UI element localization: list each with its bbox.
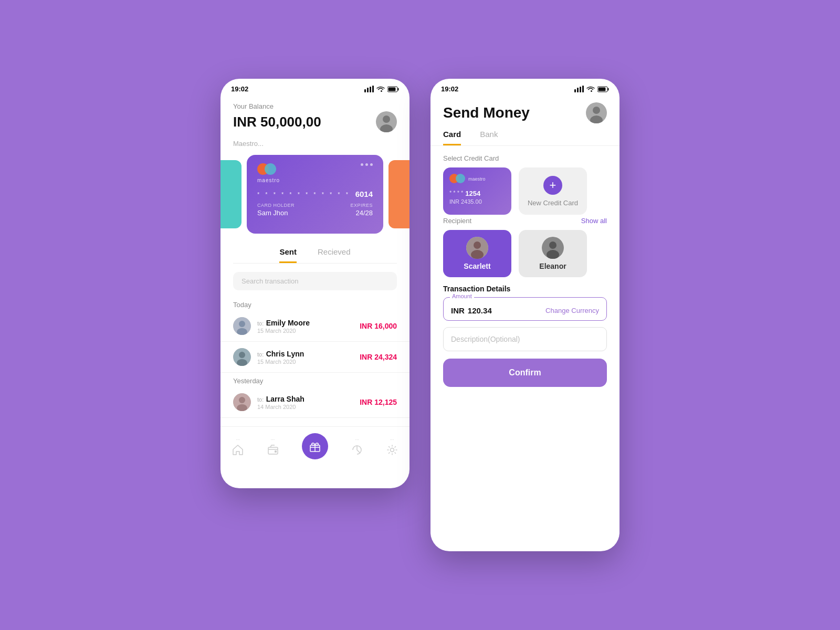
card-holder-value: Sam Jhon xyxy=(257,209,295,217)
amount-row: INR 120.34 Change Currency xyxy=(451,306,599,315)
balance-row: INR 50,000,00 xyxy=(233,111,397,132)
recipient-eleanor[interactable]: Eleanor xyxy=(519,230,587,277)
svg-rect-26 xyxy=(582,86,584,92)
search-bar[interactable]: Search transaction xyxy=(233,272,397,290)
nav-home[interactable]: ··· xyxy=(232,437,244,456)
maestro-blue-circle xyxy=(265,163,276,175)
battery-icon xyxy=(387,86,399,92)
transaction-to-0: to: Emily Moore xyxy=(257,318,353,328)
phones-container: 19:02 xyxy=(220,79,620,551)
time-left: 19:02 xyxy=(231,85,248,93)
avatar-emily xyxy=(233,317,251,335)
tab-bank[interactable]: Bank xyxy=(480,130,498,145)
larra-avatar-icon xyxy=(233,393,251,411)
card-carousel: maestro * * * * * * * * * * * * 6014 CAR… xyxy=(220,150,410,239)
svg-point-14 xyxy=(239,352,245,358)
svg-rect-28 xyxy=(608,88,609,90)
chart-icon xyxy=(351,444,363,456)
confirm-button[interactable]: Confirm xyxy=(443,359,607,387)
tabs-left: Sent Recieved xyxy=(233,239,397,264)
svg-rect-2 xyxy=(370,87,371,92)
amount-value: 120.34 xyxy=(468,306,545,315)
send-header: Send Money xyxy=(430,97,620,130)
transaction-item-2: to: Larra Shah 14 March 2020 INR 12,125 xyxy=(220,387,410,418)
transaction-name-1: Chris Lynn xyxy=(266,350,304,358)
status-bar-right: 19:02 xyxy=(430,79,620,97)
svg-rect-23 xyxy=(574,89,576,92)
nav-chart[interactable]: ··· xyxy=(351,437,363,456)
send-title: Send Money xyxy=(443,104,530,121)
chris-avatar-icon xyxy=(233,348,251,366)
nav-settings-dots: ··· xyxy=(390,437,394,442)
svg-rect-29 xyxy=(598,87,606,91)
time-right: 19:02 xyxy=(441,85,458,93)
change-currency-button[interactable]: Change Currency xyxy=(545,307,599,314)
svg-rect-5 xyxy=(398,88,399,90)
wallet-icon xyxy=(267,444,279,456)
card-holder-label: CARD HOLDER xyxy=(257,203,295,208)
card-label-left: Maestro... xyxy=(220,140,410,150)
avatar-larra xyxy=(233,393,251,411)
tab-card[interactable]: Card xyxy=(443,130,461,145)
nav-chart-dots: ··· xyxy=(355,437,360,442)
transaction-item-1: to: Chris Lynn 15 March 2020 INR 24,324 xyxy=(220,342,410,373)
emily-avatar-icon xyxy=(233,317,251,335)
wifi-icon xyxy=(376,86,385,92)
amount-floating-label: Amount xyxy=(450,293,474,299)
nav-home-dots: ··· xyxy=(236,437,240,442)
card-balance-right: INR 2435.00 xyxy=(449,198,505,205)
svg-rect-25 xyxy=(580,87,581,92)
transaction-amount-0: INR 16,000 xyxy=(360,322,397,330)
transaction-info-2: to: Larra Shah 14 March 2020 xyxy=(257,394,353,410)
yesterday-label: Yesterday xyxy=(220,373,410,387)
recipient-row: Recipient Show all xyxy=(430,215,620,230)
card-selector: maestro * * * * 1254 INR 2435.00 + New C… xyxy=(430,167,620,215)
scarlett-avatar xyxy=(466,237,488,259)
balance-label: Your Balance xyxy=(233,102,397,110)
card-brand-right: maestro xyxy=(468,176,486,182)
avatar-left xyxy=(376,111,397,132)
tab-received[interactable]: Recieved xyxy=(318,247,351,263)
amount-field: Amount INR 120.34 Change Currency xyxy=(443,297,607,321)
nav-wallet[interactable]: ··· xyxy=(267,437,279,456)
nav-wallet-dots: ··· xyxy=(271,437,275,442)
svg-point-17 xyxy=(239,397,245,403)
tab-sent[interactable]: Sent xyxy=(279,247,297,263)
transaction-info-1: to: Chris Lynn 15 March 2020 xyxy=(257,349,353,365)
recipient-scarlett[interactable]: Scarlett xyxy=(443,230,511,277)
svg-point-31 xyxy=(593,107,600,114)
card-menu-dots[interactable] xyxy=(361,163,373,166)
credit-card-left: maestro * * * * * * * * * * * * 6014 CAR… xyxy=(247,155,383,234)
wifi-icon-right xyxy=(586,86,595,92)
description-field[interactable]: Description(Optional) xyxy=(443,327,607,351)
select-card-label: Select Credit Card xyxy=(430,146,620,167)
show-all-button[interactable]: Show all xyxy=(581,217,607,225)
nav-settings[interactable]: ··· xyxy=(386,437,398,456)
recipient-list: Scarlett Eleanor xyxy=(430,230,620,277)
eleanor-name: Eleanor xyxy=(539,262,566,270)
search-placeholder: Search transaction xyxy=(242,277,298,285)
transaction-name-0: Emily Moore xyxy=(266,319,310,327)
card-add-new[interactable]: + New Credit Card xyxy=(519,167,587,215)
recipient-label: Recipient xyxy=(443,217,471,225)
today-label: Today xyxy=(220,297,410,311)
amount-currency: INR xyxy=(451,306,465,315)
svg-rect-24 xyxy=(577,88,579,92)
home-icon xyxy=(232,444,244,456)
card-expires-value: 24/28 xyxy=(350,209,373,217)
svg-rect-1 xyxy=(367,88,369,92)
svg-point-22 xyxy=(390,448,394,452)
nav-gift[interactable] xyxy=(302,433,328,459)
tabs-send: Card Bank xyxy=(430,130,620,146)
transaction-date-1: 15 March 2020 xyxy=(257,359,353,365)
scarlett-name: Scarlett xyxy=(464,262,490,270)
balance-section: Your Balance INR 50,000,00 xyxy=(220,97,410,140)
svg-point-11 xyxy=(239,321,245,327)
new-card-label: New Credit Card xyxy=(528,199,578,207)
card-prev xyxy=(220,160,242,228)
transaction-info-0: to: Emily Moore 15 March 2020 xyxy=(257,318,353,334)
svg-rect-6 xyxy=(388,87,396,91)
phone-left: 19:02 xyxy=(220,79,410,488)
avatar-chris xyxy=(233,348,251,366)
card-option-1[interactable]: maestro * * * * 1254 INR 2435.00 xyxy=(443,167,511,215)
